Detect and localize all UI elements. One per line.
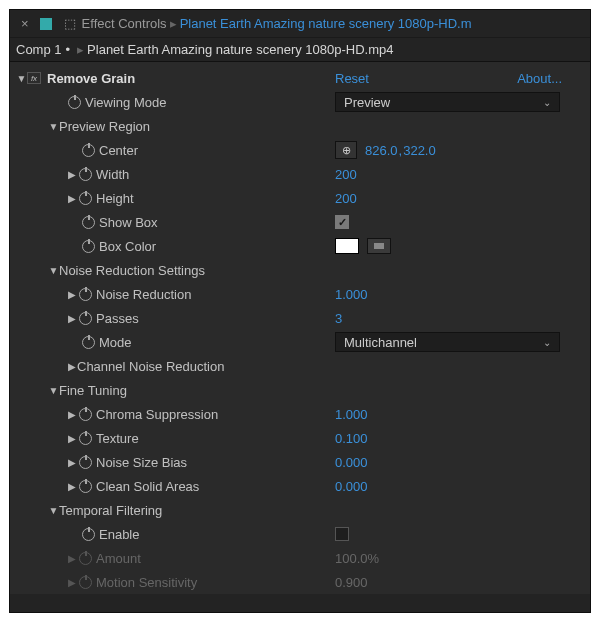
twirl-down-icon[interactable] (48, 385, 59, 396)
nr-value[interactable]: 1.000 (335, 287, 368, 302)
crumb-separator-icon: ▸ (77, 42, 84, 57)
height-value[interactable]: 200 (335, 191, 357, 206)
param-viewing-mode: Viewing Mode (85, 95, 166, 110)
effect-name[interactable]: Remove Grain (47, 71, 135, 86)
twirl-right-icon (66, 553, 77, 564)
viewing-mode-dropdown[interactable]: Preview ⌄ (335, 92, 560, 112)
stopwatch-icon[interactable] (79, 432, 92, 445)
twirl-right-icon[interactable] (66, 409, 77, 420)
param-mode: Mode (99, 335, 132, 350)
param-enable: Enable (99, 527, 139, 542)
twirl-right-icon[interactable] (66, 313, 77, 324)
center-y[interactable]: 322.0 (403, 143, 436, 158)
comma: , (399, 143, 403, 158)
enable-checkbox[interactable] (335, 527, 349, 541)
chroma-value[interactable]: 1.000 (335, 407, 368, 422)
close-icon[interactable]: × (16, 16, 34, 31)
texture-value[interactable]: 0.100 (335, 431, 368, 446)
twirl-right-icon[interactable] (66, 481, 77, 492)
panel-indicator-icon (40, 18, 52, 30)
stopwatch-icon[interactable] (79, 168, 92, 181)
param-center: Center (99, 143, 138, 158)
stopwatch-icon (79, 576, 92, 589)
twirl-down-icon[interactable] (48, 121, 59, 132)
chevron-down-icon: ⌄ (543, 337, 551, 348)
param-show-box: Show Box (99, 215, 158, 230)
tab-bar: × ⬚ Effect Controls ▸ Planet Earth Amazi… (10, 10, 590, 38)
twirl-right-icon (66, 577, 77, 588)
layer-crumb[interactable]: Planet Earth Amazing nature scenery 1080… (180, 16, 472, 31)
color-swatch[interactable] (335, 238, 359, 254)
eyedropper-icon[interactable] (367, 238, 391, 254)
comp-name[interactable]: Comp 1 (16, 42, 62, 57)
group-preview-region: Preview Region (59, 119, 150, 134)
param-width: Width (96, 167, 129, 182)
param-bias: Noise Size Bias (96, 455, 187, 470)
param-noise-reduction: Noise Reduction (96, 287, 191, 302)
stopwatch-icon[interactable] (68, 96, 81, 109)
lock-icon[interactable]: ⬚ (64, 16, 76, 31)
bullet-icon: • (66, 42, 71, 57)
group-temporal: Temporal Filtering (59, 503, 162, 518)
param-texture: Texture (96, 431, 139, 446)
dropdown-value: Multichannel (344, 335, 417, 350)
param-box-color: Box Color (99, 239, 156, 254)
stopwatch-icon[interactable] (79, 408, 92, 421)
twirl-down-icon[interactable] (16, 73, 27, 84)
stopwatch-icon[interactable] (82, 240, 95, 253)
crumb-separator-icon: ▸ (170, 16, 177, 31)
show-box-checkbox[interactable]: ✓ (335, 215, 349, 229)
about-button[interactable]: About... (517, 71, 562, 86)
param-height: Height (96, 191, 134, 206)
stopwatch-icon[interactable] (79, 192, 92, 205)
stopwatch-icon[interactable] (82, 144, 95, 157)
center-x[interactable]: 826.0 (365, 143, 398, 158)
comp-bar: Comp 1 • ▸ Planet Earth Amazing nature s… (10, 38, 590, 62)
amount-value: 100.0% (335, 551, 379, 566)
stopwatch-icon[interactable] (82, 528, 95, 541)
panel-title: Effect Controls (82, 16, 167, 31)
point-target-icon[interactable]: ⊕ (335, 141, 357, 159)
stopwatch-icon[interactable] (82, 216, 95, 229)
twirl-right-icon[interactable] (66, 289, 77, 300)
layer-name[interactable]: Planet Earth Amazing nature scenery 1080… (87, 42, 393, 57)
twirl-right-icon[interactable] (66, 361, 77, 372)
mode-dropdown[interactable]: Multichannel ⌄ (335, 332, 560, 352)
twirl-right-icon[interactable] (66, 433, 77, 444)
param-clean: Clean Solid Areas (96, 479, 199, 494)
group-channel-nr: Channel Noise Reduction (77, 359, 224, 374)
twirl-right-icon[interactable] (66, 457, 77, 468)
param-amount: Amount (96, 551, 141, 566)
param-passes: Passes (96, 311, 139, 326)
stopwatch-icon[interactable] (79, 456, 92, 469)
stopwatch-icon[interactable] (82, 336, 95, 349)
param-chroma: Chroma Suppression (96, 407, 218, 422)
group-nr-settings: Noise Reduction Settings (59, 263, 205, 278)
twirl-down-icon[interactable] (48, 505, 59, 516)
clean-value[interactable]: 0.000 (335, 479, 368, 494)
group-fine-tuning: Fine Tuning (59, 383, 127, 398)
stopwatch-icon[interactable] (79, 480, 92, 493)
stopwatch-icon[interactable] (79, 288, 92, 301)
effect-body: fx Remove Grain Reset About... Viewing M… (10, 62, 590, 594)
passes-value[interactable]: 3 (335, 311, 342, 326)
reset-button[interactable]: Reset (335, 71, 369, 86)
fx-icon[interactable]: fx (27, 72, 41, 84)
twirl-right-icon[interactable] (66, 193, 77, 204)
stopwatch-icon (79, 552, 92, 565)
twirl-right-icon[interactable] (66, 169, 77, 180)
chevron-down-icon: ⌄ (543, 97, 551, 108)
effect-controls-panel: × ⬚ Effect Controls ▸ Planet Earth Amazi… (9, 9, 591, 613)
twirl-down-icon[interactable] (48, 265, 59, 276)
dropdown-value: Preview (344, 95, 390, 110)
motion-value: 0.900 (335, 575, 368, 590)
stopwatch-icon[interactable] (79, 312, 92, 325)
width-value[interactable]: 200 (335, 167, 357, 182)
param-motion: Motion Sensitivity (96, 575, 197, 590)
bias-value[interactable]: 0.000 (335, 455, 368, 470)
